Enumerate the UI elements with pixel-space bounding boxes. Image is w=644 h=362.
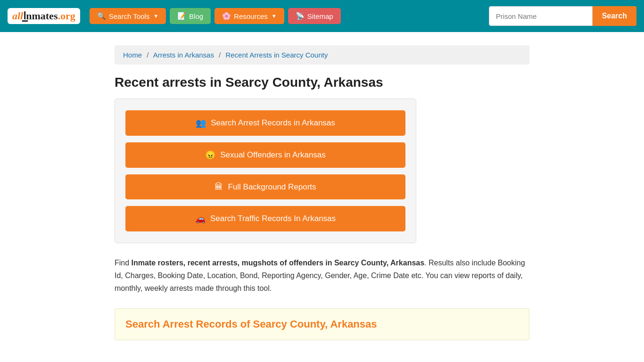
breadcrumb-separator-1: / [147, 51, 149, 59]
people-icon: 👥 [196, 118, 206, 128]
sexual-offenders-label: Sexual Offenders in Arkansas [220, 150, 326, 160]
prison-search-form: Search [489, 6, 636, 26]
traffic-records-button[interactable]: 🚗 Search Traffic Records In Arkansas [125, 206, 405, 231]
breadcrumb-separator-2: / [219, 51, 221, 59]
search-button-label: Search [602, 12, 627, 20]
desc-bold: Inmate rosters, recent arrests, mugshots… [132, 259, 425, 267]
resources-label: Resources [234, 12, 268, 20]
prison-name-input[interactable] [489, 6, 593, 26]
background-reports-label: Full Background Reports [228, 182, 316, 192]
sitemap-button[interactable]: 📡 Sitemap [288, 8, 341, 24]
sitemap-label: Sitemap [307, 12, 333, 20]
main-content: Home / Arrests in Arkansas / Recent Arre… [105, 45, 539, 359]
navbar: allI̲nmates.org 🔍 Search Tools ▼ 📝 Blog … [0, 0, 644, 32]
action-buttons-box: 👥 Search Arrest Records in Arkansas 😠 Se… [115, 99, 416, 243]
sexual-offenders-button[interactable]: 😠 Sexual Offenders in Arkansas [125, 142, 405, 168]
search-records-section: Search Arrest Records of Searcy County, … [115, 308, 529, 340]
logo-inmates: I̲nmates [23, 10, 58, 22]
breadcrumb-current: Recent Arrests in Searcy County [225, 51, 328, 59]
car-icon: 🚗 [195, 214, 206, 224]
chevron-down-icon: ▼ [153, 13, 158, 19]
breadcrumb: Home / Arrests in Arkansas / Recent Arre… [115, 45, 529, 65]
search-records-title: Search Arrest Records of Searcy County, … [125, 318, 519, 330]
logo-all: all [12, 10, 23, 22]
building-icon: 🏛 [215, 182, 223, 192]
description-text: Find Inmate rosters, recent arrests, mug… [115, 256, 529, 295]
traffic-records-label: Search Traffic Records In Arkansas [210, 214, 336, 223]
chevron-down-icon: ▼ [272, 13, 277, 19]
search-icon: 🔍 [97, 12, 106, 20]
blog-button[interactable]: 📝 Blog [170, 8, 211, 24]
resources-icon: 🌸 [222, 12, 231, 20]
arrest-records-label: Search Arrest Records in Arkansas [211, 118, 335, 128]
breadcrumb-home[interactable]: Home [123, 51, 142, 59]
sitemap-icon: 📡 [296, 12, 305, 20]
breadcrumb-arrests[interactable]: Arrests in Arkansas [153, 51, 214, 59]
logo-org: .org [58, 10, 75, 22]
background-reports-button[interactable]: 🏛 Full Background Reports [125, 174, 405, 199]
desc-prefix: Find [115, 259, 132, 267]
page-title: Recent arrests in Searcy County, Arkansa… [115, 75, 529, 90]
search-tools-button[interactable]: 🔍 Search Tools ▼ [90, 8, 166, 24]
blog-icon: 📝 [177, 12, 186, 20]
resources-button[interactable]: 🌸 Resources ▼ [215, 8, 284, 24]
search-tools-label: Search Tools [109, 12, 149, 20]
site-logo[interactable]: allI̲nmates.org [8, 8, 80, 24]
arrest-records-button[interactable]: 👥 Search Arrest Records in Arkansas [125, 110, 405, 136]
blog-label: Blog [189, 12, 203, 20]
offender-icon: 😠 [205, 150, 215, 160]
prison-search-button[interactable]: Search [593, 6, 636, 26]
